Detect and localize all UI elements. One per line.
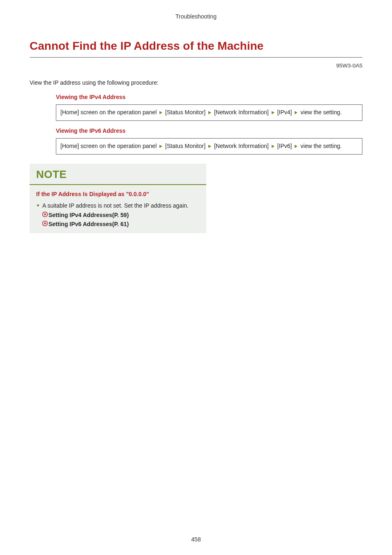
ipv4-procedure-box: [Home] screen on the operation panel [St… [56, 104, 362, 121]
ipv4-step-network: [Network Information] [214, 109, 269, 116]
xref-ipv6-text: Setting IPv6 Addresses(P. 61) [48, 220, 129, 228]
arrow-right-icon [159, 142, 163, 151]
ipv4-step-home: [Home] screen on the operation panel [60, 109, 157, 116]
svg-marker-11 [44, 222, 46, 224]
svg-marker-5 [208, 145, 211, 148]
note-title: NOTE [36, 167, 200, 183]
ipv6-procedure-box: [Home] screen on the operation panel [St… [56, 138, 362, 155]
svg-marker-0 [159, 111, 162, 114]
ipv6-step-tail: view the setting. [300, 143, 341, 149]
ipv6-step-home: [Home] screen on the operation panel [60, 143, 157, 149]
arrow-right-icon [159, 109, 163, 117]
section-header: Troubleshooting [30, 12, 362, 21]
ipv4-step-tail: view the setting. [300, 109, 341, 116]
link-arrow-icon [42, 211, 48, 219]
document-code: 95W3-0A5 [30, 62, 362, 70]
svg-marker-4 [159, 145, 162, 148]
note-bullet-text: A suitable IP address is not set. Set th… [42, 201, 201, 210]
svg-marker-2 [272, 111, 274, 114]
svg-marker-3 [295, 111, 297, 114]
xref-ipv6-link[interactable]: Setting IPv6 Addresses(P. 61) [42, 220, 201, 228]
svg-marker-6 [272, 145, 274, 148]
xref-ipv4-link[interactable]: Setting IPv4 Addresses(P. 59) [42, 211, 201, 219]
arrow-right-icon [271, 142, 275, 151]
ipv6-step-ipv6: [IPv6] [277, 143, 292, 149]
arrow-right-icon [271, 109, 275, 117]
svg-marker-7 [295, 145, 297, 148]
page-number: 458 [0, 535, 392, 543]
arrow-right-icon [208, 109, 212, 117]
xref-ipv4-text: Setting IPv4 Addresses(P. 59) [48, 211, 129, 219]
note-block: NOTE If the IP Address Is Displayed as "… [30, 164, 362, 240]
svg-marker-9 [44, 213, 46, 215]
arrow-right-icon [294, 142, 298, 151]
ipv4-step-ipv4: [IPv4] [277, 109, 292, 116]
ipv6-heading: Viewing the IPv6 Address [56, 127, 362, 135]
arrow-right-icon [208, 142, 212, 151]
page-title: Cannot Find the IP Address of the Machin… [30, 38, 362, 58]
ipv4-heading: Viewing the IPv4 Address [56, 93, 362, 101]
svg-marker-1 [208, 111, 211, 114]
intro-text: View the IP address using the following … [30, 79, 362, 87]
bullet-icon [37, 204, 39, 206]
ipv6-step-status: [Status Monitor] [165, 143, 205, 149]
arrow-right-icon [294, 109, 298, 117]
link-arrow-icon [42, 220, 48, 228]
note-subheading: If the IP Address Is Displayed as "0.0.0… [30, 190, 206, 198]
ipv4-step-status: [Status Monitor] [165, 109, 205, 116]
ipv6-step-network: [Network Information] [214, 143, 269, 149]
